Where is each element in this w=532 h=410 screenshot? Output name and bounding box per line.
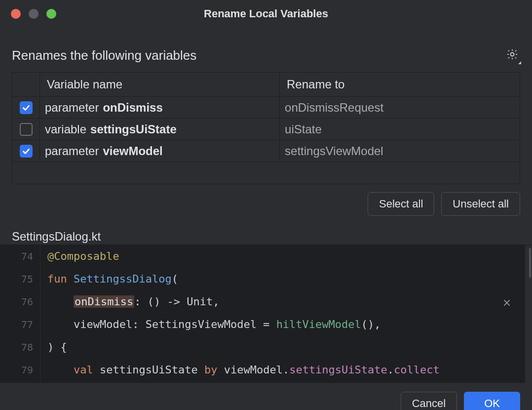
row-checkbox[interactable] (20, 145, 33, 158)
row-checkbox[interactable] (20, 101, 33, 114)
row-checkbox-cell (12, 97, 40, 118)
header-checkbox-col (12, 73, 40, 97)
window-minimize-button[interactable] (29, 9, 38, 19)
row-checkbox[interactable] (20, 123, 33, 136)
gear-icon (506, 48, 519, 63)
code-preview[interactable]: 74@Composable75fun SettingssDialog(76 on… (0, 245, 532, 383)
rename-to-cell[interactable] (280, 119, 520, 140)
variable-name-cell[interactable]: parameteronDismiss (40, 97, 280, 118)
select-all-button[interactable]: Select all (368, 192, 434, 216)
line-number: 78 (0, 336, 40, 359)
unselect-all-button[interactable]: Unselect all (441, 192, 520, 216)
table-header: Variable name Rename to (12, 73, 520, 97)
row-checkbox-cell (12, 119, 40, 140)
table-row[interactable]: parameteronDismiss (12, 97, 520, 119)
rename-input[interactable] (285, 144, 515, 158)
row-checkbox-cell (12, 140, 40, 162)
preview-filename: SettingsDialog.kt (12, 230, 520, 244)
code-text[interactable]: onDismiss: () -> Unit, (40, 290, 532, 313)
rename-to-cell[interactable] (280, 140, 520, 162)
code-text[interactable]: fun SettingssDialog( (40, 268, 532, 290)
line-number: 77 (0, 313, 40, 336)
code-line[interactable]: 74@Composable (0, 245, 532, 268)
svg-point-0 (511, 53, 514, 56)
table-spacer-row (12, 162, 520, 184)
rename-table: Variable name Rename to parameteronDismi… (12, 72, 520, 184)
variable-name-cell[interactable]: parameterviewModel (40, 140, 280, 162)
rename-input[interactable] (285, 101, 515, 115)
titlebar: Rename Local Variables (0, 0, 532, 28)
code-line[interactable]: 78) { (0, 336, 532, 359)
dialog-subtitle: Renames the following variables (12, 48, 196, 63)
line-number: 76 (0, 290, 40, 313)
line-number: 75 (0, 268, 40, 290)
close-icon (502, 298, 511, 310)
window-close-button[interactable] (11, 9, 21, 19)
settings-gear-button[interactable] (504, 47, 520, 63)
code-line[interactable]: 79 val settingsUiState by viewModel.sett… (0, 359, 532, 381)
variable-kind: parameter (45, 144, 99, 158)
code-text[interactable]: viewModel: SettingsViewModel = hiltViewM… (40, 313, 532, 336)
code-line[interactable]: 76 onDismiss: () -> Unit, (0, 290, 532, 313)
variable-name-cell[interactable]: variablesettingsUiState (40, 119, 280, 140)
code-text[interactable]: @Composable (40, 245, 532, 268)
code-text[interactable]: ) { (40, 336, 532, 359)
cancel-button[interactable]: Cancel (401, 392, 457, 410)
code-line[interactable]: 75fun SettingssDialog( (0, 268, 532, 290)
table-row[interactable]: variablesettingsUiState (12, 119, 520, 140)
code-text[interactable]: val settingsUiState by viewModel.setting… (40, 359, 532, 381)
resize-corner-icon (518, 61, 521, 64)
variable-kind: variable (45, 123, 86, 136)
header-variable-name[interactable]: Variable name (40, 73, 280, 97)
rename-input[interactable] (285, 123, 515, 136)
header-rename-to[interactable]: Rename to (280, 73, 520, 97)
rename-to-cell[interactable] (280, 97, 520, 118)
variable-name: viewModel (103, 144, 162, 158)
variable-name: settingsUiState (90, 123, 177, 136)
variable-kind: parameter (45, 101, 99, 115)
ok-button[interactable]: OK (464, 392, 520, 410)
preview-close-button[interactable] (502, 292, 511, 315)
variable-name: onDismiss (103, 101, 162, 115)
line-number: 79 (0, 359, 40, 381)
window-title: Rename Local Variables (204, 7, 328, 20)
code-line[interactable]: 77 viewModel: SettingsViewModel = hiltVi… (0, 313, 532, 336)
table-row[interactable]: parameterviewModel (12, 140, 520, 162)
window-maximize-button[interactable] (46, 9, 56, 19)
scrollbar-thumb[interactable] (529, 248, 531, 278)
editor-scrollbar[interactable] (525, 245, 532, 383)
traffic-lights (11, 9, 56, 19)
line-number: 74 (0, 245, 40, 268)
